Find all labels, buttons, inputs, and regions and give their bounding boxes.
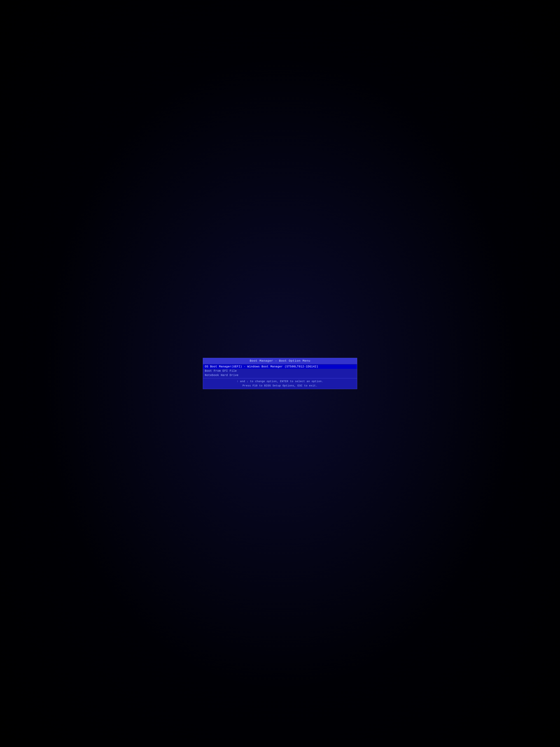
help-bar: ↑ and ↓ to change option, ENTER to selec…	[203, 378, 357, 389]
boot-option-efi-file-label: Boot From EFI File	[205, 369, 237, 372]
bios-panel: Boot Manager - Boot Option Menu OS Boot …	[203, 358, 357, 389]
boot-option-efi-file[interactable]: Boot From EFI File	[203, 369, 357, 373]
boot-menu: OS Boot Manager(UEFI) - Windows Boot Man…	[203, 364, 357, 378]
boot-option-os-boot-manager-label: OS Boot Manager(UEFI) - Windows Boot Man…	[205, 365, 318, 368]
help-line-2: Press F10 to BIOS Setup Options, ESC to …	[205, 384, 355, 388]
boot-option-os-boot-manager[interactable]: OS Boot Manager(UEFI) - Windows Boot Man…	[203, 364, 357, 369]
bios-screen: Boot Manager - Boot Option Menu OS Boot …	[0, 0, 560, 747]
title-bar: Boot Manager - Boot Option Menu	[203, 358, 357, 364]
help-line-1: ↑ and ↓ to change option, ENTER to selec…	[205, 380, 355, 384]
boot-option-notebook-hdd-label: Notebook Hard Drive	[205, 374, 239, 377]
boot-option-notebook-hdd[interactable]: Notebook Hard Drive	[203, 373, 357, 378]
title-text: Boot Manager - Boot Option Menu	[250, 359, 310, 363]
